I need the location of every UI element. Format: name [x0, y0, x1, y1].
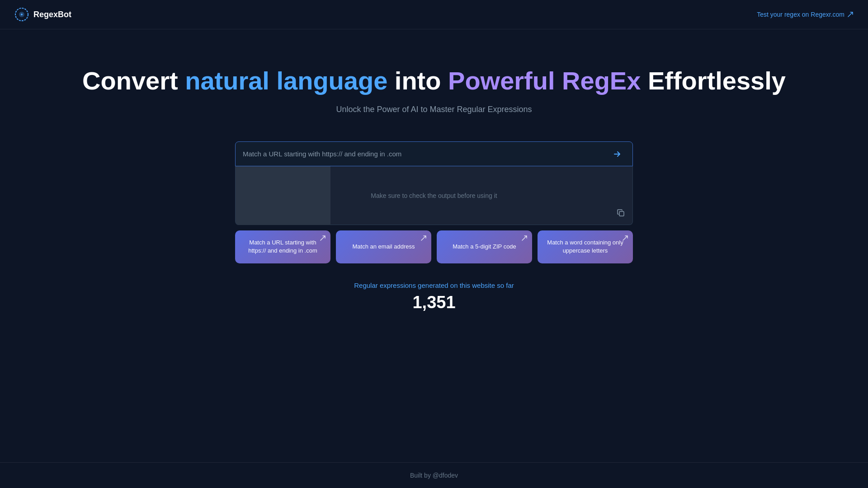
input-container: Make sure to check the output before usi… [235, 141, 633, 225]
suggestion-arrow-icon-1 [320, 235, 326, 241]
input-wrapper [235, 141, 633, 166]
hero-title-part1: Convert [82, 66, 185, 95]
suggestion-arrow-icon-3 [521, 235, 528, 241]
logo-container: RegexBot [14, 7, 71, 22]
main-content: Convert natural language into Powerful R… [0, 29, 868, 462]
copy-icon [616, 208, 625, 217]
hero-title-part3: into [387, 66, 448, 95]
stats-section: Regular expressions generated on this we… [354, 282, 514, 312]
suggestions-container: Match a URL starting with https:// and e… [235, 230, 633, 263]
output-left-panel [236, 166, 330, 225]
output-placeholder: Make sure to check the output before usi… [371, 192, 497, 199]
stats-number: 1,351 [354, 293, 514, 312]
external-link-icon [847, 11, 854, 18]
logo-text: RegexBot [33, 10, 71, 19]
footer-text: Built by @dfodev [410, 472, 458, 479]
suggestion-arrow-icon-2 [420, 235, 427, 241]
submit-button[interactable] [609, 146, 625, 162]
logo-icon [14, 7, 29, 22]
copy-button[interactable] [614, 206, 627, 219]
output-area: Make sure to check the output before usi… [235, 166, 633, 225]
hero-title-part5: Effortlessly [641, 66, 786, 95]
header: RegexBot Test your regex on Regexr.com [0, 0, 868, 29]
arrow-right-icon [613, 150, 622, 159]
suggestion-arrow-icon-4 [622, 235, 628, 241]
svg-rect-3 [619, 211, 624, 216]
suggestion-label-1: Match a URL starting with https:// and e… [242, 239, 323, 255]
hero-title: Convert natural language into Powerful R… [82, 66, 786, 96]
regex-input[interactable] [243, 142, 609, 166]
suggestion-card-4[interactable]: Match a word containing only uppercase l… [538, 230, 633, 263]
suggestion-card-1[interactable]: Match a URL starting with https:// and e… [235, 230, 330, 263]
hero-title-part2: natural language [185, 66, 387, 95]
regexr-link-text: Test your regex on Regexr.com [757, 11, 844, 18]
suggestion-label-4: Match a word containing only uppercase l… [545, 239, 626, 255]
svg-point-2 [21, 14, 23, 15]
suggestion-card-2[interactable]: Match an email address [336, 230, 431, 263]
hero-title-part4: Powerful RegEx [448, 66, 641, 95]
suggestion-card-3[interactable]: Match a 5-digit ZIP code [437, 230, 532, 263]
regexr-link[interactable]: Test your regex on Regexr.com [757, 11, 854, 18]
suggestion-label-2: Match an email address [352, 243, 415, 251]
stats-label: Regular expressions generated on this we… [354, 282, 514, 289]
footer: Built by @dfodev [0, 462, 868, 488]
hero-subtitle: Unlock the Power of AI to Master Regular… [336, 105, 532, 114]
suggestion-label-3: Match a 5-digit ZIP code [453, 243, 516, 251]
